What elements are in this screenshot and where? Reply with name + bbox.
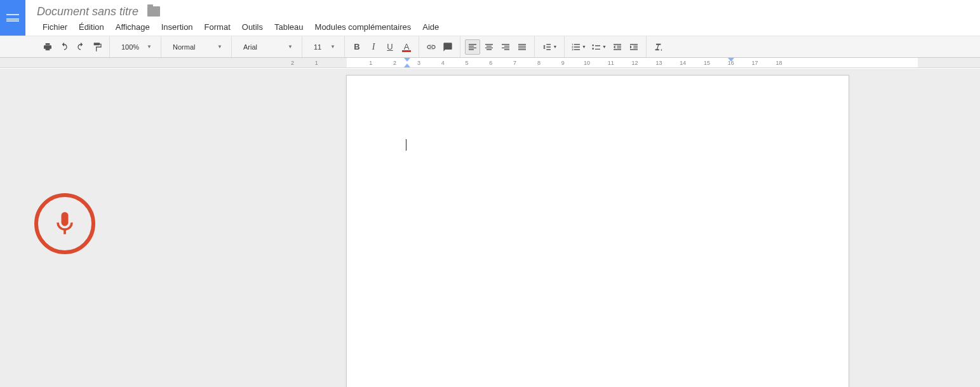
ruler-tick: 2 (389, 60, 401, 66)
undo-icon (59, 42, 69, 52)
chevron-down-icon: ▼ (330, 44, 335, 50)
menu-tableau[interactable]: Tableau (269, 20, 309, 34)
title-bar: Document sans titre (0, 0, 980, 18)
bulleted-list-button[interactable]: ▼ (589, 39, 608, 55)
align-left-icon (467, 42, 478, 52)
folder-icon[interactable] (147, 6, 160, 17)
align-right-icon (500, 42, 511, 52)
align-center-button[interactable] (481, 39, 497, 55)
menu-fichier[interactable]: Fichier (37, 20, 73, 34)
align-justify-icon (517, 42, 527, 52)
ruler-tick: 13 (652, 60, 665, 66)
align-left-button[interactable] (465, 39, 480, 55)
numbered-list-icon (571, 42, 581, 52)
font-family-select[interactable]: Arial ▼ (237, 39, 297, 55)
ruler-tick: 1 (310, 60, 323, 66)
paragraph-style-select[interactable]: Normal ▼ (166, 39, 226, 55)
ruler-tick: 12 (629, 60, 641, 66)
document-canvas[interactable] (0, 69, 980, 387)
ruler-tick: 2 (286, 60, 299, 66)
ruler-tick: 4 (436, 60, 449, 66)
text-cursor (406, 139, 406, 151)
horizontal-ruler[interactable]: 21 123456789101112131415161718 (0, 58, 980, 68)
ruler-tick: 1 (365, 60, 377, 66)
chevron-down-icon: ▼ (602, 44, 607, 49)
ruler-tick: 7 (509, 60, 521, 66)
line-spacing-button[interactable]: ▼ (539, 39, 560, 55)
left-indent-marker[interactable] (404, 64, 410, 67)
chevron-down-icon: ▼ (288, 44, 293, 50)
insert-link-button[interactable] (424, 39, 439, 55)
menu-modules[interactable]: Modules complémentaires (309, 20, 417, 34)
ruler-tick: 5 (460, 60, 473, 66)
menu-edition[interactable]: Édition (73, 20, 110, 34)
redo-button[interactable] (73, 39, 88, 55)
docs-lines-icon (6, 14, 19, 22)
indent-decrease-button[interactable] (610, 39, 625, 55)
ruler-tick: 3 (412, 60, 425, 66)
align-right-button[interactable] (498, 39, 513, 55)
indent-decrease-icon (612, 42, 622, 52)
paint-format-button[interactable] (90, 39, 105, 55)
ruler-tick: 11 (605, 60, 617, 66)
document-page[interactable] (346, 75, 849, 387)
clear-formatting-icon (654, 42, 664, 52)
insert-comment-button[interactable] (440, 39, 455, 55)
ruler-tick: 18 (772, 60, 785, 66)
microphone-icon (51, 205, 79, 243)
menu-outils[interactable]: Outils (236, 20, 269, 34)
menu-format[interactable]: Format (199, 20, 236, 34)
ruler-tick: 8 (532, 60, 545, 66)
menu-aide[interactable]: Aide (417, 20, 445, 34)
line-spacing-icon (542, 42, 552, 52)
chevron-down-icon: ▼ (553, 44, 558, 49)
underline-button[interactable]: U (382, 39, 398, 55)
menu-affichage[interactable]: Affichage (110, 20, 156, 34)
redo-icon (76, 42, 86, 52)
print-icon (43, 42, 53, 52)
undo-button[interactable] (57, 39, 72, 55)
docs-app-icon[interactable] (0, 0, 25, 36)
print-button[interactable] (40, 39, 55, 55)
chevron-down-icon: ▼ (147, 44, 152, 50)
chevron-down-icon: ▼ (217, 44, 222, 50)
numbered-list-button[interactable]: ▼ (569, 39, 588, 55)
zoom-value: 100% (121, 43, 139, 51)
chevron-down-icon: ▼ (582, 44, 586, 49)
comment-icon (443, 42, 453, 52)
document-title[interactable]: Document sans titre (37, 5, 138, 18)
ruler-tick: 6 (485, 60, 497, 66)
bulleted-list-icon (591, 42, 601, 52)
text-color-swatch (402, 50, 411, 52)
font-size-value: 11 (314, 43, 321, 51)
ruler-tick: 17 (749, 60, 762, 66)
clear-formatting-button[interactable] (651, 39, 666, 55)
text-color-button[interactable]: A (399, 39, 414, 55)
font-family-value: Arial (243, 43, 257, 51)
zoom-select[interactable]: 100% ▼ (115, 39, 156, 55)
bold-button[interactable]: B (349, 39, 365, 55)
right-indent-marker[interactable] (728, 58, 734, 62)
align-center-icon (484, 42, 494, 52)
ruler-tick: 14 (676, 60, 689, 66)
ruler-tick: 9 (556, 60, 569, 66)
voice-typing-button[interactable] (34, 193, 95, 254)
menu-bar: Fichier Édition Affichage Insertion Form… (0, 18, 980, 36)
indent-increase-button[interactable] (626, 39, 641, 55)
align-justify-button[interactable] (514, 39, 530, 55)
link-icon (426, 42, 436, 52)
paragraph-style-value: Normal (173, 43, 195, 51)
indent-increase-icon (629, 42, 639, 52)
ruler-tick: 15 (701, 60, 713, 66)
paint-format-icon (92, 42, 102, 52)
first-line-indent-marker[interactable] (404, 58, 410, 62)
italic-button[interactable]: I (366, 39, 381, 55)
formatting-toolbar: 100% ▼ Normal ▼ Arial ▼ 11 ▼ B I U A (0, 36, 980, 58)
menu-insertion[interactable]: Insertion (156, 20, 199, 34)
ruler-tick: 10 (581, 60, 593, 66)
font-size-select[interactable]: 11 ▼ (307, 39, 339, 55)
